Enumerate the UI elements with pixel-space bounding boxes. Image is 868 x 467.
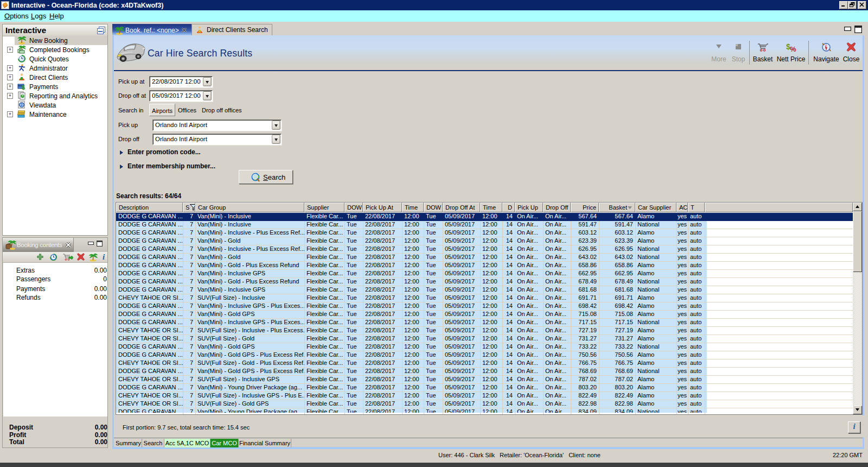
svg-text:%: %	[790, 45, 796, 52]
svg-text:$: $	[22, 84, 25, 91]
